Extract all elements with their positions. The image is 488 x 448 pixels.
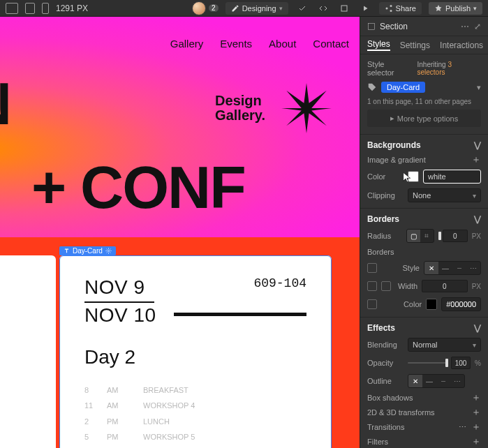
bg-clip-select[interactable]: None▾ — [408, 188, 481, 202]
radius-input[interactable] — [443, 230, 468, 242]
chevron-down-icon: ⋁ — [474, 140, 481, 150]
grid-toggle-button[interactable] — [337, 2, 351, 15]
border-style-segmented[interactable]: ✕—┄⋯ — [424, 261, 481, 275]
rocket-icon — [434, 4, 443, 13]
blending-label: Blending — [367, 341, 404, 349]
opacity-input[interactable] — [451, 357, 471, 369]
check-icon — [298, 4, 306, 13]
hero-title-frag-1: GN — [0, 69, 10, 138]
tab-styles[interactable]: Styles — [367, 39, 390, 51]
border-side-picker-4[interactable] — [367, 299, 377, 309]
preview-button[interactable] — [358, 2, 372, 15]
collaborator-count: 2 — [209, 4, 219, 12]
nav-about[interactable]: About — [269, 38, 296, 50]
code-toggle-button[interactable] — [316, 2, 330, 15]
opacity-slider[interactable] — [408, 362, 447, 364]
panel-tabs: Styles Settings Interactions — [360, 36, 488, 54]
selector-chip[interactable]: Day-Card — [381, 82, 425, 93]
logo-text: Design Gallery. — [215, 94, 265, 123]
add-transition-button[interactable]: ＋ — [471, 422, 481, 432]
border-color-value[interactable]: #000000 — [441, 297, 481, 311]
phantom-year: 2023 — [0, 276, 31, 294]
svg-rect-5 — [369, 23, 375, 29]
tab-interactions[interactable]: Interactions — [440, 40, 483, 50]
chevron-down-icon[interactable]: ▾ — [477, 83, 481, 92]
transitions-more[interactable]: ⋯ — [459, 423, 467, 432]
expand-icon[interactable]: ⤢ — [474, 22, 481, 31]
tag-icon — [367, 82, 377, 92]
boxshadows-label: Box shadows — [367, 394, 467, 402]
inherit-text[interactable]: Inheriting 3 selectors — [417, 61, 481, 76]
hero-title-frag-2: + CONF — [31, 153, 245, 222]
hero-nav: Gallery Events About Contact — [0, 38, 349, 50]
add-shadow-button[interactable]: ＋ — [471, 393, 481, 403]
pencil-icon — [231, 4, 239, 13]
schedule-row: 8AMBREAKFAST — [84, 385, 306, 396]
border-side-picker[interactable] — [367, 263, 377, 273]
add-transform-button[interactable]: ＋ — [471, 408, 481, 417]
device-phone-button[interactable] — [42, 3, 49, 14]
nav-contact[interactable]: Contact — [313, 38, 349, 50]
border-side-picker-2[interactable] — [367, 281, 377, 291]
phantom-card[interactable]: 2023 — [0, 255, 56, 448]
style-selector-label: Style selector — [367, 60, 413, 77]
border-side-picker-3[interactable] — [381, 281, 391, 291]
publish-button[interactable]: Publish ▾ — [429, 2, 482, 15]
borders-heading[interactable]: Borders⋁ — [367, 214, 481, 224]
add-filter-button[interactable]: ＋ — [471, 437, 481, 447]
more-icon[interactable]: ⋯ — [461, 22, 470, 31]
inspector-panel: Section ⋯ ⤢ Styles Settings Interactions… — [360, 17, 488, 448]
effects-heading[interactable]: Effects⋁ — [367, 323, 481, 333]
bg-color-value[interactable]: white — [423, 170, 481, 184]
selection-tag[interactable]: Day-Card — [59, 246, 116, 255]
card-divider — [174, 313, 306, 316]
radius-mode-toggle[interactable]: ▢⌗ — [406, 229, 434, 243]
share-button[interactable]: Share — [379, 2, 422, 15]
tab-settings[interactable]: Settings — [400, 40, 430, 50]
avatar[interactable] — [192, 1, 206, 15]
schedule: 8AMBREAKFAST 11AMWORKSHOP 4 2PMLUNCH 5PM… — [84, 385, 306, 448]
style-selector-section: Style selector Inheriting 3 selectors Da… — [360, 54, 488, 135]
chevron-down-icon: ⋁ — [474, 323, 481, 333]
more-type-options[interactable]: ▸ More type options — [367, 110, 481, 127]
check-button[interactable] — [295, 2, 309, 15]
backgrounds-section: Backgrounds⋁ Image & gradient ＋ Color wh… — [360, 135, 488, 209]
add-bg-image-button[interactable]: ＋ — [471, 155, 481, 165]
svg-point-4 — [108, 250, 109, 251]
mode-button[interactable]: Designing ▾ — [225, 2, 288, 15]
border-style-label: Style — [403, 264, 420, 272]
outline-style-segmented[interactable]: ✕—┄⋯ — [408, 374, 465, 388]
viewport-size: 1291 PX — [56, 3, 88, 13]
hero-section[interactable]: Gallery Events About Contact Design Gall… — [0, 17, 360, 237]
grid-icon — [340, 4, 348, 13]
canvas[interactable]: Gallery Events About Contact Design Gall… — [0, 17, 360, 448]
border-color-label: Color — [404, 300, 422, 308]
backgrounds-heading[interactable]: Backgrounds⋁ — [367, 140, 481, 150]
date-start: NOV 9 — [84, 276, 154, 303]
bg-color-swatch[interactable] — [408, 171, 419, 182]
border-color-swatch[interactable] — [426, 299, 437, 310]
topbar: 1291 PX 2 Designing ▾ Share Publish ▾ — [0, 0, 488, 17]
outline-label: Outline — [367, 377, 404, 385]
svg-rect-0 — [341, 6, 347, 11]
code-icon — [319, 4, 327, 13]
nav-gallery[interactable]: Gallery — [170, 38, 204, 50]
day-card[interactable]: NOV 9 NOV 10 609-104 Day 2 8AMBREAKFAST … — [59, 255, 332, 448]
border-width-input[interactable] — [422, 280, 468, 292]
transforms-label: 2D & 3D transforms — [367, 408, 467, 417]
bg-image-label: Image & gradient — [367, 156, 467, 164]
gear-icon — [105, 248, 112, 254]
chevron-down-icon: ⋁ — [474, 214, 481, 224]
section-icon — [367, 22, 376, 31]
bg-clip-label: Clipping — [367, 191, 404, 200]
device-desktop-button[interactable] — [6, 3, 18, 14]
schedule-row: 11AMWORKSHOP 4 — [84, 401, 306, 411]
svg-point-3 — [390, 10, 392, 12]
device-tablet-button[interactable] — [25, 3, 35, 14]
starburst-icon — [281, 83, 332, 133]
blending-select[interactable]: Normal▾ — [408, 338, 481, 352]
play-icon — [361, 4, 369, 13]
schedule-row: 5PMWORKSHOP 5 — [84, 432, 306, 442]
text-icon — [64, 248, 70, 254]
nav-events[interactable]: Events — [220, 38, 252, 50]
